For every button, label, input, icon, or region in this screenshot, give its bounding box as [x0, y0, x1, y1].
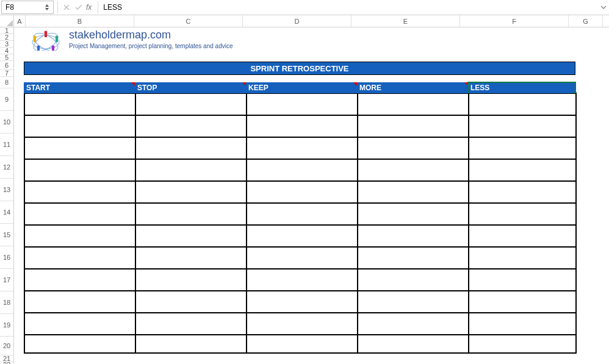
- column-header[interactable]: A: [14, 15, 26, 27]
- table-cell[interactable]: [24, 159, 135, 181]
- table-cell[interactable]: [247, 115, 358, 137]
- table-cell[interactable]: [247, 291, 358, 313]
- table-cell[interactable]: [24, 291, 135, 313]
- row-header[interactable]: 19: [0, 314, 13, 337]
- table-cell[interactable]: [469, 225, 576, 247]
- table-header-cell[interactable]: KEEP: [246, 82, 357, 93]
- row-header[interactable]: 5: [0, 54, 13, 61]
- table-cell[interactable]: [24, 225, 135, 247]
- sheet-body[interactable]: stakeholdermap.com Project Management, p…: [14, 27, 609, 364]
- row-header[interactable]: 6: [0, 61, 13, 70]
- column-header[interactable]: F: [460, 15, 569, 27]
- table-cell[interactable]: [469, 203, 576, 225]
- table-cell[interactable]: [358, 313, 469, 335]
- row-header[interactable]: 12: [0, 156, 13, 179]
- table-cell[interactable]: [358, 93, 469, 115]
- select-all-corner[interactable]: [0, 15, 13, 27]
- name-box-stepper[interactable]: [45, 4, 49, 11]
- table-cell[interactable]: [135, 181, 247, 203]
- column-header[interactable]: D: [243, 15, 351, 27]
- table-cell[interactable]: [135, 225, 247, 247]
- row-header[interactable]: 7: [0, 70, 13, 77]
- row-header[interactable]: 13: [0, 179, 13, 201]
- table-cell[interactable]: [135, 137, 247, 159]
- table-cell[interactable]: [469, 93, 576, 115]
- table-cell[interactable]: [358, 335, 469, 353]
- table-cell[interactable]: [24, 137, 135, 159]
- table-cell[interactable]: [247, 313, 358, 335]
- table-cell[interactable]: [247, 137, 358, 159]
- table-cell[interactable]: [247, 269, 358, 291]
- table-cell[interactable]: [358, 137, 469, 159]
- table-cell[interactable]: [469, 313, 576, 335]
- svg-rect-11: [34, 38, 36, 42]
- table-cell[interactable]: [358, 269, 469, 291]
- table-cell[interactable]: [24, 203, 135, 225]
- table-cell[interactable]: [135, 93, 247, 115]
- table-cell[interactable]: [358, 203, 469, 225]
- table-cell[interactable]: [24, 115, 135, 137]
- table-cell[interactable]: [469, 159, 576, 181]
- table-cell[interactable]: [469, 247, 576, 269]
- table-cell[interactable]: [24, 269, 135, 291]
- table-cell[interactable]: [358, 115, 469, 137]
- table-cell[interactable]: [135, 159, 247, 181]
- table-cell[interactable]: [135, 203, 247, 225]
- table-cell[interactable]: [24, 247, 135, 269]
- table-cell[interactable]: [135, 115, 247, 137]
- formula-input[interactable]: [101, 1, 598, 13]
- table-cell[interactable]: [135, 247, 247, 269]
- table-cell[interactable]: [24, 335, 135, 353]
- table-cell[interactable]: [358, 225, 469, 247]
- column-header[interactable]: E: [351, 15, 460, 27]
- table-cell[interactable]: [135, 269, 247, 291]
- row-header[interactable]: 14: [0, 201, 13, 224]
- table-cell[interactable]: [247, 335, 358, 353]
- table-cell[interactable]: [247, 247, 358, 269]
- row-header[interactable]: 18: [0, 291, 13, 314]
- row-header[interactable]: 17: [0, 269, 13, 291]
- table-cell[interactable]: [24, 93, 135, 115]
- column-header[interactable]: G: [569, 15, 603, 27]
- table-cell[interactable]: [469, 115, 576, 137]
- name-box[interactable]: F8: [1, 1, 54, 14]
- table-cell[interactable]: [358, 159, 469, 181]
- table-cell[interactable]: [247, 225, 358, 247]
- row-header[interactable]: 9: [0, 88, 13, 111]
- row-header[interactable]: 15: [0, 224, 13, 246]
- table-cell[interactable]: [24, 181, 135, 203]
- row-header[interactable]: 16: [0, 246, 13, 269]
- table-header-cell[interactable]: START: [24, 82, 135, 93]
- table-cell[interactable]: [358, 247, 469, 269]
- table-cell[interactable]: [24, 313, 135, 335]
- svg-marker-0: [45, 4, 49, 7]
- row-header[interactable]: 8: [0, 77, 13, 88]
- confirm-icon[interactable]: [73, 0, 85, 15]
- cancel-icon[interactable]: [60, 0, 73, 15]
- table-cell[interactable]: [469, 335, 576, 353]
- row-header[interactable]: 10: [0, 111, 13, 134]
- table-cell[interactable]: [135, 335, 247, 353]
- fx-icon[interactable]: fx: [86, 3, 92, 12]
- table-cell[interactable]: [247, 93, 358, 115]
- table-cell[interactable]: [469, 137, 576, 159]
- table-header-cell[interactable]: LESS: [468, 82, 575, 93]
- table-cell[interactable]: [469, 291, 576, 313]
- table-cell[interactable]: [358, 291, 469, 313]
- expand-formula-bar-icon[interactable]: [598, 0, 609, 15]
- table-cell[interactable]: [247, 203, 358, 225]
- table-cell[interactable]: [358, 181, 469, 203]
- table-cell[interactable]: [247, 159, 358, 181]
- row-header[interactable]: 11: [0, 134, 13, 156]
- table-cell[interactable]: [469, 269, 576, 291]
- table-row: [24, 159, 576, 181]
- table-cell[interactable]: [135, 291, 247, 313]
- table-cell[interactable]: [247, 181, 358, 203]
- table-header-cell[interactable]: STOP: [135, 82, 246, 93]
- table-cell[interactable]: [135, 313, 247, 335]
- column-header[interactable]: C: [134, 15, 243, 27]
- table-header-cell[interactable]: MORE: [357, 82, 468, 93]
- row-header[interactable]: 20: [0, 337, 13, 355]
- column-header[interactable]: B: [26, 15, 134, 27]
- table-cell[interactable]: [469, 181, 576, 203]
